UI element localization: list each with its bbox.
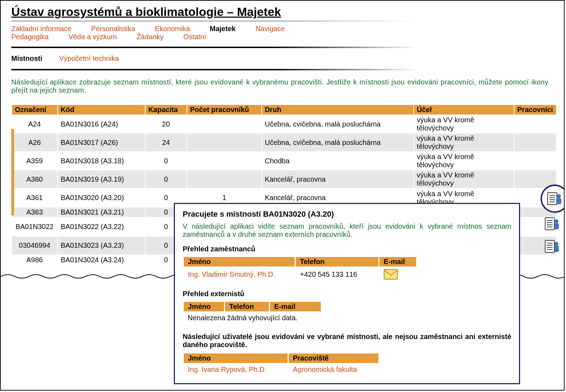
employee-phone: +420 545 133 116 [295,267,379,282]
cell: Učebna, cvičebna, malá posluchárna [262,133,414,152]
cell: BA01N3017 (A26) [58,133,145,152]
workers-list-icon [547,191,562,206]
workers-list-icon[interactable] [545,216,560,231]
svg-rect-21 [384,269,397,279]
col-jmeno: Jméno [183,353,288,364]
cell: A24 [12,115,58,133]
svg-rect-13 [554,223,559,229]
svg-rect-20 [554,246,559,252]
subnav-vypocetni-technika[interactable]: Výpočetní technika [59,54,119,63]
svg-rect-7 [545,218,554,230]
cell [187,170,262,188]
popup-note: Následující uživatelé jsou evidováni ve … [183,333,511,349]
workplace-link[interactable]: Agronomická fakulta [293,365,357,373]
cell: 24 [145,133,187,152]
table-row: A24BA01N3016 (A24)20Učebna, cvičebna, ma… [12,115,556,133]
cell: A360 [12,170,58,188]
col-telefon: Telefon [225,302,270,312]
col-kapacita: Kapacita [145,105,187,115]
cell: Učebna, cvičebna, malá posluchárna [262,115,414,133]
popup-intro: V následující aplikaci vidíte seznam pra… [183,222,511,239]
nav-veda-a-vyzkum[interactable]: Věda a výzkum [69,33,117,41]
title-link[interactable]: Ústav agrosystémů a bioklimatologie [11,5,224,18]
cell [514,133,556,152]
cell [514,152,556,170]
cell: BA01N3022 (A3.22) [58,217,145,236]
nav-majetek[interactable]: Majetek [210,25,236,33]
cell: výuka a VV kromě tělovýchovy [414,133,514,152]
cell: výuka a VV kromě tělovýchovy [414,115,514,133]
cell: BA01N3021 (A3.21) [58,207,145,217]
svg-point-12 [555,220,558,223]
workers-list-icon[interactable] [545,239,560,254]
row-icons-stack [545,216,560,262]
nav-ostatni[interactable]: Ostatní [183,33,206,41]
employees-table: JménoTelefonE-mail Ing. Vladimír Smutný,… [183,256,417,282]
col-pracoviste: Pracoviště [288,353,379,364]
employee-name-link[interactable]: Ing. Vladimír Smutný, Ph.D. [188,270,275,278]
table-row: A359BA01N3018 (A3.18)0Chodbavýuka a VV k… [12,152,556,170]
cell: 0 [145,170,187,188]
cell: 0 [145,152,187,170]
section-employees: Přehled zaměstnanců [183,245,511,253]
nav-primary: Základní informace Personalistika Ekonom… [11,21,418,48]
table-row: Ing. Vladimír Smutný, Ph.D. +420 545 133… [183,267,417,282]
col-email: E-mail [379,257,417,267]
cell: BA01N3016 (A24) [58,115,145,133]
page-title: Ústav agrosystémů a bioklimatologie – Ma… [11,4,553,21]
cell: A986 [12,255,58,265]
cell: A363 [12,207,58,217]
svg-rect-6 [557,198,561,204]
cell [514,115,556,133]
cell [187,152,262,170]
table-header-row: Označení Kód Kapacita Počet pracovníků D… [12,105,556,115]
cell [187,133,262,152]
svg-point-5 [557,194,561,198]
col-pocet-pracovniku: Počet pracovníků [187,105,262,115]
cell: BA01N3023 (A3.23) [58,236,145,255]
cell: BA01N3022 [12,217,58,236]
cell: Chodba [262,152,414,170]
nav-zadanky[interactable]: Žádanky [136,33,164,41]
cell: výuka a VV kromě tělovýchovy [414,152,514,170]
user-name-link[interactable]: Ing. Ivana Rypová, Ph.D. [188,365,266,373]
svg-rect-0 [548,193,557,205]
cell: A26 [12,133,58,152]
nav-navigace[interactable]: Navigace [255,25,285,33]
popup-title: Pracujete s místností BA01N3020 (A3.20) [183,210,511,219]
nav-ekonomika[interactable]: Ekonomika [155,25,190,33]
col-oznaceni: Označení [12,105,58,115]
nav-pedagogika[interactable]: Pedagogika [11,33,49,41]
cell: 03046994 [12,236,58,255]
table-row: Ing. Ivana Rypová, Ph.D. Agronomická fak… [183,364,379,376]
nav-zakladni-informace[interactable]: Základní informace [11,25,71,33]
cell: BA01N3024 (A3.24) [58,255,145,265]
svg-rect-14 [545,240,554,252]
cell: A361 [12,188,58,207]
table-row: A360BA01N3019 (A3.19)0Kancelář, pracovna… [12,170,556,188]
col-email: E-mail [270,302,322,312]
col-druh: Druh [262,105,414,115]
intro-text: Následující aplikace zobrazuje seznam mí… [11,70,548,98]
other-users-table: JménoPracoviště Ing. Ivana Rypová, Ph.D.… [183,352,379,376]
nav-secondary: Místnosti Výpočetní technika [11,48,418,70]
cell: BA01N3019 (A3.19) [58,170,145,188]
cell: výuka a VV kromě tělovýchovy [414,170,514,188]
col-pracovnici: Pracovníci [514,105,556,115]
cell [187,115,262,133]
email-icon[interactable] [384,269,398,280]
subnav-mistnosti[interactable]: Místnosti [11,54,42,63]
svg-point-19 [555,242,558,246]
nav-personalistika[interactable]: Personalistika [91,25,135,33]
col-kod: Kód [58,105,145,115]
cell: BA01N3018 (A3.18) [58,152,145,170]
col-jmeno: Jméno [183,302,225,312]
table-accent-bar [11,129,14,215]
cell: A359 [12,152,58,170]
col-ucel: Účel [414,105,514,115]
cell: BA01N3020 (A3.20) [58,188,145,207]
section-externals: Přehled externistů [183,290,511,298]
no-data-text: Nenalezena žádná vyhovující data. [183,312,511,323]
room-detail-popup: Pracujete s místností BA01N3020 (A3.20) … [174,203,520,384]
cell: 20 [145,115,187,133]
